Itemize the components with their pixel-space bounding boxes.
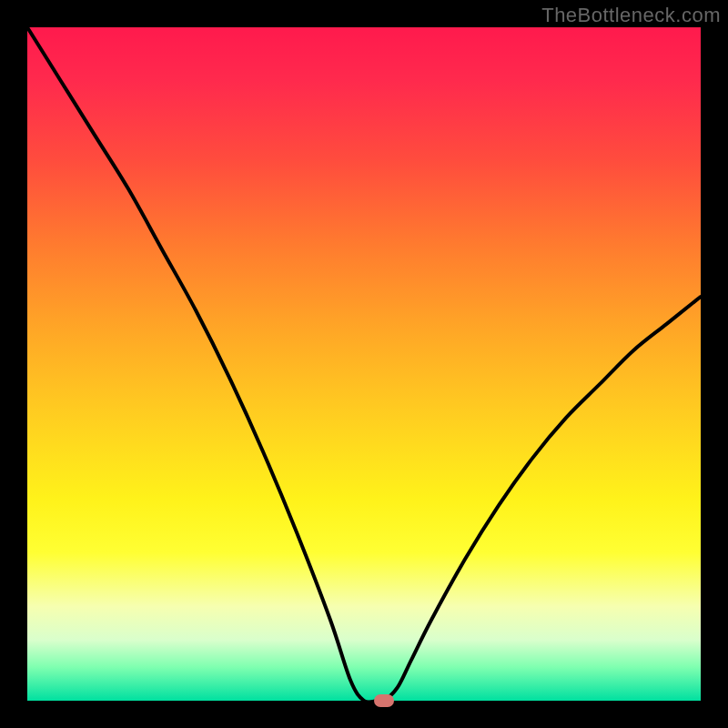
plot-area bbox=[27, 27, 701, 701]
watermark-text: TheBottleneck.com bbox=[541, 4, 721, 27]
curve-svg bbox=[27, 27, 701, 701]
optimum-marker bbox=[374, 694, 394, 707]
chart-frame: TheBottleneck.com bbox=[0, 0, 728, 728]
bottleneck-curve bbox=[27, 27, 701, 703]
